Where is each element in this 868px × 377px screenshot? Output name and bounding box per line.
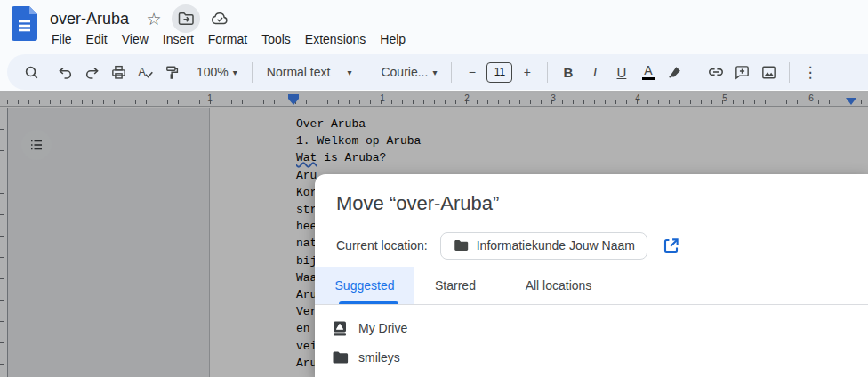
- paint-roller-icon: [164, 64, 181, 81]
- toolbar-divider: [366, 62, 366, 83]
- list-item-label: smileys: [358, 350, 400, 365]
- minus-icon: −: [469, 65, 476, 79]
- list-item-my-drive[interactable]: My Drive: [315, 313, 868, 342]
- app-header: over-Aruba ☆ File Edit View Insert Forma…: [0, 0, 868, 93]
- menu-tools[interactable]: Tools: [254, 30, 298, 48]
- open-in-new-icon: [662, 237, 680, 255]
- text-color-icon: A: [642, 64, 655, 80]
- font-family-select[interactable]: Courie... ▾: [374, 60, 443, 84]
- toolbar: A 100% ▾ Normal text ▾ Courie... ▾ − 11: [7, 54, 868, 90]
- insert-image-button[interactable]: [757, 60, 781, 84]
- menu-edit[interactable]: Edit: [79, 30, 115, 48]
- text-color-button[interactable]: A: [636, 60, 660, 84]
- active-tab-underline: [339, 301, 398, 304]
- italic-button[interactable]: I: [583, 60, 607, 84]
- paragraph-style-value: Normal text: [267, 65, 331, 79]
- search-icon: [23, 64, 40, 81]
- menu-extensions[interactable]: Extensions: [298, 30, 373, 48]
- open-location-button[interactable]: [659, 233, 684, 258]
- chevron-down-icon: ▾: [233, 68, 237, 77]
- zoom-value: 100%: [197, 65, 229, 79]
- print-button[interactable]: [107, 60, 131, 84]
- image-icon: [760, 64, 777, 81]
- toolbar-divider: [547, 62, 548, 83]
- current-location-value: Informatiekunde Jouw Naam: [477, 238, 635, 253]
- toolbar-divider: [451, 62, 452, 83]
- highlighter-icon: [667, 64, 683, 80]
- paragraph-style-select[interactable]: Normal text ▾: [261, 60, 358, 84]
- menu-bar: File Edit View Insert Format Tools Exten…: [44, 29, 413, 49]
- font-size-input[interactable]: 11: [486, 62, 512, 83]
- paint-format-button[interactable]: [160, 60, 184, 84]
- google-docs-icon[interactable]: [12, 6, 37, 44]
- menu-format[interactable]: Format: [201, 30, 254, 48]
- star-button[interactable]: ☆: [141, 6, 166, 31]
- current-location-chip[interactable]: Informatiekunde Jouw Naam: [440, 232, 647, 260]
- move-dialog: Move “over-Aruba” Current location: Info…: [315, 174, 868, 377]
- list-item-label: My Drive: [358, 321, 407, 335]
- zoom-select[interactable]: 100% ▾: [190, 60, 244, 84]
- comment-add-icon: [734, 64, 751, 81]
- toolbar-divider: [695, 62, 695, 83]
- plus-icon: +: [524, 65, 531, 79]
- undo-icon: [57, 64, 74, 81]
- menu-view[interactable]: View: [115, 30, 156, 48]
- font-family-value: Courie...: [381, 65, 428, 79]
- add-comment-button[interactable]: [730, 60, 754, 84]
- bold-button[interactable]: B: [556, 60, 580, 84]
- google-docs-logo-icon: [12, 6, 37, 41]
- tab-suggested-label: Suggested: [335, 278, 395, 293]
- toolbar-divider: [789, 62, 790, 83]
- more-vertical-icon: ⋮: [802, 63, 817, 82]
- chevron-down-icon: ▾: [347, 68, 351, 77]
- folder-icon: [331, 349, 349, 366]
- toolbar-divider: [252, 62, 253, 83]
- insert-link-button[interactable]: [703, 60, 727, 84]
- svg-text:A: A: [138, 65, 146, 77]
- redo-button[interactable]: [80, 60, 104, 84]
- highlight-color-button[interactable]: [663, 60, 687, 84]
- spelling-check-button[interactable]: A: [133, 60, 157, 84]
- my-drive-icon: [331, 319, 349, 337]
- star-icon: ☆: [147, 9, 162, 29]
- tab-all-locations-label: All locations: [526, 278, 592, 293]
- cloud-saved-icon: [210, 9, 229, 28]
- decrease-font-size-button[interactable]: −: [460, 60, 484, 84]
- link-icon: [707, 63, 725, 81]
- spellcheck-icon: A: [137, 64, 154, 81]
- tab-starred[interactable]: Starred: [414, 267, 496, 304]
- folder-icon: [453, 237, 469, 253]
- tab-starred-label: Starred: [435, 278, 476, 293]
- document-title-row: over-Aruba ☆: [50, 7, 234, 30]
- current-location-label: Current location:: [336, 238, 428, 253]
- move-folder-icon: [177, 10, 195, 28]
- location-list: My Drive smileys: [315, 306, 868, 372]
- redo-icon: [84, 64, 100, 81]
- tab-suggested[interactable]: Suggested: [315, 267, 414, 304]
- increase-font-size-button[interactable]: +: [515, 60, 539, 84]
- more-options-button[interactable]: ⋮: [798, 60, 822, 84]
- list-item-smileys[interactable]: smileys: [315, 342, 868, 372]
- print-icon: [110, 64, 127, 81]
- underline-button[interactable]: U: [609, 60, 633, 84]
- menu-file[interactable]: File: [44, 30, 79, 48]
- menu-help[interactable]: Help: [373, 30, 413, 48]
- current-location-row: Current location: Informatiekunde Jouw N…: [336, 231, 684, 260]
- chevron-down-icon: ▾: [432, 68, 437, 77]
- tab-all-locations[interactable]: All locations: [503, 267, 614, 304]
- search-menus-button[interactable]: [20, 60, 44, 84]
- dialog-tabs: Suggested Starred All locations: [315, 267, 868, 305]
- menu-insert[interactable]: Insert: [156, 30, 201, 48]
- document-title[interactable]: over-Aruba: [50, 10, 129, 28]
- undo-button[interactable]: [53, 60, 77, 84]
- dialog-title: Move “over-Aruba”: [336, 192, 499, 215]
